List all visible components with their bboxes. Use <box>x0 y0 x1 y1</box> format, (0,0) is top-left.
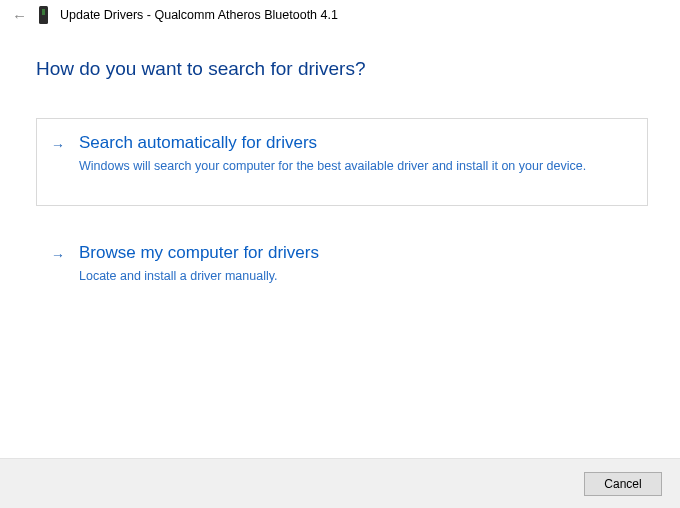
option-title: Browse my computer for drivers <box>79 243 629 263</box>
device-icon <box>37 6 50 24</box>
option-search-automatically[interactable]: → Search automatically for drivers Windo… <box>36 118 648 206</box>
cancel-button[interactable]: Cancel <box>584 472 662 496</box>
option-title: Search automatically for drivers <box>79 133 629 153</box>
titlebar: ← Update Drivers - Qualcomm Atheros Blue… <box>0 0 680 30</box>
option-description: Windows will search your computer for th… <box>79 157 629 175</box>
arrow-right-icon: → <box>51 137 65 153</box>
option-description: Locate and install a driver manually. <box>79 267 629 285</box>
update-drivers-dialog: ← Update Drivers - Qualcomm Atheros Blue… <box>0 0 680 508</box>
svg-rect-1 <box>42 9 45 15</box>
dialog-footer: Cancel <box>0 458 680 508</box>
dialog-content: How do you want to search for drivers? →… <box>0 30 680 300</box>
page-heading: How do you want to search for drivers? <box>36 58 648 80</box>
window-title: Update Drivers - Qualcomm Atheros Blueto… <box>60 8 338 22</box>
option-browse-computer[interactable]: → Browse my computer for drivers Locate … <box>36 228 648 300</box>
arrow-right-icon: → <box>51 247 65 263</box>
back-arrow-icon[interactable]: ← <box>12 8 27 23</box>
